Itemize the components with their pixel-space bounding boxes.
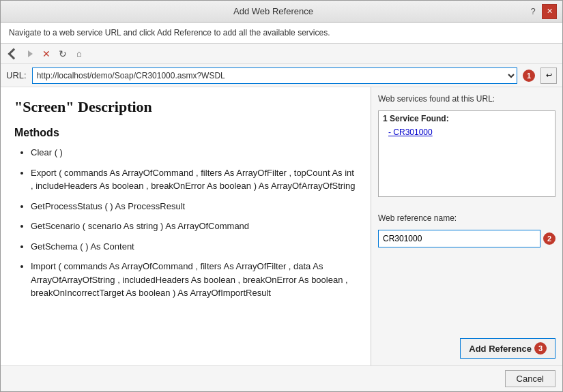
back-icon — [8, 48, 19, 59]
dialog-title: Add Web Reference — [21, 6, 525, 16]
navigation-toolbar: ✕ ↻ ⌂ — [1, 44, 562, 64]
url-go-button[interactable]: ↩ — [540, 67, 557, 84]
back-button[interactable] — [6, 46, 21, 61]
doc-scroll-area[interactable]: "Screen" Description Methods Clear ( ) E… — [1, 87, 371, 365]
list-item: Export ( commands As ArrayOfCommand , fi… — [31, 166, 357, 193]
service-item[interactable]: - CR301000 — [383, 127, 551, 137]
title-bar: Add Web Reference ? ✕ — [1, 1, 562, 22]
bottom-bar: Cancel — [1, 365, 562, 391]
url-badge: 1 — [523, 70, 535, 82]
services-found-label: 1 Service Found: — [383, 114, 551, 123]
title-buttons: ? ✕ — [525, 4, 557, 19]
stop-button[interactable]: ✕ — [39, 46, 54, 61]
ref-name-label: Web reference name: — [378, 213, 555, 223]
url-input[interactable] — [33, 70, 506, 82]
forward-icon — [28, 50, 33, 57]
stop-icon: ✕ — [42, 48, 50, 59]
add-reference-badge: 3 — [534, 342, 547, 355]
main-content: "Screen" Description Methods Clear ( ) E… — [1, 87, 562, 365]
list-item: Import ( commands As ArrayOfCommand , fi… — [31, 260, 357, 300]
list-item: GetScenario ( scenario As string ) As Ar… — [31, 220, 357, 233]
right-panel: Web services found at this URL: 1 Servic… — [371, 87, 562, 365]
refresh-icon: ↻ — [59, 48, 67, 59]
list-item: GetSchema ( ) As Content — [31, 240, 357, 254]
url-dropdown[interactable] — [506, 71, 517, 80]
url-bar: URL: 1 ↩ — [1, 64, 562, 87]
refresh-button[interactable]: ↻ — [55, 46, 70, 61]
home-button[interactable]: ⌂ — [72, 46, 87, 61]
methods-heading: Methods — [14, 127, 357, 139]
forward-button[interactable] — [23, 46, 38, 61]
ref-name-input[interactable] — [378, 230, 540, 247]
ref-name-badge: 2 — [543, 232, 555, 245]
left-panel: "Screen" Description Methods Clear ( ) E… — [1, 87, 371, 365]
list-item: GetProcessStatus ( ) As ProcessResult — [31, 200, 357, 213]
url-label: URL: — [6, 70, 27, 80]
instruction-bar: Navigate to a web service URL and click … — [1, 22, 562, 44]
add-reference-button[interactable]: Add Reference 3 — [460, 338, 555, 359]
list-item: Clear ( ) — [31, 146, 357, 160]
go-icon: ↩ — [546, 71, 552, 80]
methods-list: Clear ( ) Export ( commands As ArrayOfCo… — [14, 146, 357, 300]
add-reference-label: Add Reference — [469, 344, 532, 354]
close-button[interactable]: ✕ — [542, 4, 557, 19]
services-box[interactable]: 1 Service Found: - CR301000 — [378, 110, 555, 197]
help-button[interactable]: ? — [525, 4, 540, 19]
ref-name-row: 2 — [378, 230, 555, 247]
doc-title: "Screen" Description — [14, 98, 357, 116]
instruction-text: Navigate to a web service URL and click … — [9, 28, 330, 37]
home-icon: ⌂ — [76, 48, 82, 59]
url-input-wrap — [32, 67, 517, 84]
services-label: Web services found at this URL: — [378, 94, 555, 104]
add-web-reference-dialog: Add Web Reference ? ✕ Navigate to a web … — [0, 0, 563, 392]
cancel-button[interactable]: Cancel — [505, 370, 555, 387]
